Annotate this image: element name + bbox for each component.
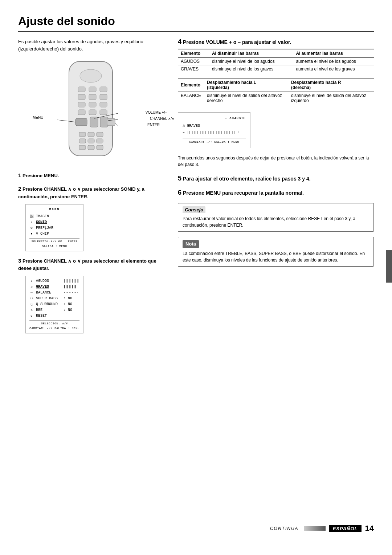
imagen-icon: 🖼 — [29, 214, 34, 219]
cell-balance-derecha: disminuye el nivel de salida del altavoz… — [288, 92, 374, 105]
volume-label: VOLUME +/– — [146, 110, 167, 114]
agudos-label: AGUDOS — [36, 278, 61, 284]
graves-row-adjust: ♫ GRAVES — [183, 123, 246, 129]
vchip-icon: ▼ — [29, 231, 34, 236]
svg-rect-15 — [90, 117, 98, 127]
qsurround-label: Q SURROUND — [36, 301, 61, 307]
sonid-icon: ♪ — [29, 220, 34, 225]
remote-diagram: MENU VOLUME +/– CHANNEL ∧/∨ ENTER — [18, 60, 163, 162]
step-6-section: 6 Presione MENU para recuperar la pantal… — [178, 189, 374, 197]
adjust-title: ♪ ADJUSTE — [183, 116, 246, 121]
cell-balance-izquierda: disminuye el nivel de salida del altavoz… — [204, 92, 288, 105]
adjust-footer: CAMBIAR: –/+ SALIDA : MENU — [183, 138, 246, 145]
step-4-section: 4 Presione VOLUME + o – para ajustar el … — [178, 38, 374, 168]
svg-rect-26 — [97, 145, 103, 150]
vchip-label: V CHIP — [36, 231, 49, 237]
table-row-agudos: AGUDOS disminuye el nivel de los agudos … — [178, 58, 374, 65]
step-2-screen: MENU 🖼 IMAGEN ♪ SONID ⚙ PREFỊJAR — [25, 204, 163, 251]
sound-menu-footer: SELECCION: ∧/∨CAMBIAR: –/+ SALIDA : MENU — [29, 320, 79, 331]
svg-rect-4 — [100, 87, 107, 92]
reset-label: RESET — [36, 313, 61, 319]
bar-row: – |||||||||||||||||||||||||||||| + — [183, 129, 246, 136]
svg-rect-11 — [78, 110, 85, 115]
svg-rect-13 — [100, 110, 107, 115]
nota-title: Nota — [183, 240, 199, 248]
prefijar-label: PREFỊJAR — [36, 225, 53, 231]
svg-rect-18 — [79, 132, 86, 137]
s2-reset: ↺ RESET — [29, 313, 79, 319]
page-number: 14 — [365, 524, 374, 533]
col-disminuir: Al disminuir las barras — [209, 49, 293, 58]
svg-rect-17 — [107, 118, 115, 126]
sound-adjust-screen: ♪ ADJUSTE ♫ GRAVES – |||||||||||||||||||… — [178, 112, 250, 148]
imagen-label: IMAGEN — [36, 214, 49, 219]
svg-rect-12 — [89, 110, 96, 115]
step-2-number: 2 — [18, 186, 21, 192]
svg-rect-3 — [89, 87, 96, 92]
svg-rect-20 — [97, 132, 103, 137]
graves-sym: ♫ — [183, 123, 185, 129]
svg-rect-10 — [100, 102, 107, 107]
step-5-text: Para ajustar el otro elemento, realice l… — [183, 176, 311, 182]
svg-rect-9 — [89, 102, 96, 107]
bbe-value: : NO — [64, 307, 72, 313]
sonid-label: SONID — [36, 219, 47, 225]
col-aumentar: Al aumentar las barras — [293, 49, 374, 58]
prefijar-icon: ⚙ — [29, 226, 34, 231]
consejo-title: Consejo — [183, 206, 205, 214]
svg-rect-14 — [75, 118, 87, 126]
qsurround-value: : NO — [64, 301, 72, 307]
step-5-section: 5 Para ajustar el otro elemento, realice… — [178, 175, 374, 182]
enter-label: ENTER — [147, 123, 160, 127]
balance-label: BALANCE — [36, 290, 61, 296]
graves-bars: |||||||| — [64, 284, 76, 289]
cell-graves-disminuir: disminuye el nivel de los graves — [209, 65, 293, 73]
step-2: 2 Presione CHANNEL ∧ o ∨ para selecciona… — [18, 185, 163, 251]
svg-rect-21 — [79, 139, 86, 143]
s2-qsurround: Q Q SURROUND : NO — [29, 301, 79, 307]
cell-agudos-disminuir: disminuye el nivel de los agudos — [209, 58, 293, 65]
svg-rect-19 — [88, 132, 94, 137]
bar-content: |||||||||||||||||||||||||||||| — [187, 130, 235, 135]
table-volume: Elemento Al disminuir las barras Al aume… — [178, 49, 374, 73]
balance-bars: ········· — [64, 290, 78, 295]
consejo-box: Consejo Para restaurar el valor inicial … — [178, 203, 374, 232]
nota-text: La combinación entre TREBLE, BASS, SUPER… — [183, 250, 369, 263]
menu-screen-title: MENU — [29, 207, 79, 212]
step-1-number: 1 — [18, 172, 21, 178]
svg-rect-24 — [79, 145, 86, 150]
superbass-icon: ♪♪ — [29, 296, 34, 301]
bbe-label: BBE — [36, 307, 61, 313]
menu-row-imagen: 🖼 IMAGEN — [29, 214, 79, 219]
s2-graves: ♫ GRAVES |||||||| — [29, 284, 79, 290]
step-2-text: Presione CHANNEL ∧ o ∨ para seleccionar … — [18, 186, 144, 199]
reset-icon: ↺ — [29, 313, 34, 319]
cell-balance-name: BALANCE — [178, 92, 204, 105]
bbe-icon: B — [29, 308, 34, 313]
svg-rect-6 — [89, 94, 96, 100]
side-decoration — [386, 250, 392, 283]
svg-rect-7 — [100, 94, 107, 100]
table-balance: Elemento Desplazamiento hacia L(izquierd… — [178, 78, 374, 104]
superbass-value: : NO — [64, 296, 72, 301]
step-1: 1 Presione MENU. — [18, 171, 163, 179]
agudos-icon: ♪ — [29, 279, 34, 284]
svg-rect-23 — [97, 139, 103, 143]
col-elemento: Elemento — [178, 49, 209, 58]
step-5-heading: 5 Para ajustar el otro elemento, realice… — [178, 175, 374, 182]
menu-screen-footer: SELECCION:∧/∨ OK : ENTERSALIDA : MENU — [29, 238, 79, 249]
svg-rect-25 — [88, 145, 94, 150]
graves-icon: ♫ — [29, 284, 34, 289]
menu-row-sonid: ♪ SONID — [29, 219, 79, 225]
step-3: 3 Presione CHANNEL ∧ o ∨ para selecciona… — [18, 256, 163, 333]
cell-agudos-name: AGUDOS — [178, 58, 209, 65]
qsurround-icon: Q — [29, 302, 34, 307]
nota-box: Nota La combinación entre TREBLE, BASS, … — [178, 237, 374, 267]
s2-agudos: ♪ AGUDOS |||||||||| — [29, 278, 79, 284]
step-4-text: Presione VOLUME + o – para ajustar el va… — [183, 39, 291, 45]
svg-rect-8 — [78, 102, 85, 107]
sound-menu-screen-box: ♪ AGUDOS |||||||||| ♫ GRAVES |||||||| ↔ … — [25, 276, 83, 333]
agudos-bars: |||||||||| — [64, 279, 79, 284]
step-1-text: Presione MENU. — [23, 173, 59, 178]
sound-adjust-screen-container: ♪ ADJUSTE ♫ GRAVES – |||||||||||||||||||… — [178, 109, 374, 151]
